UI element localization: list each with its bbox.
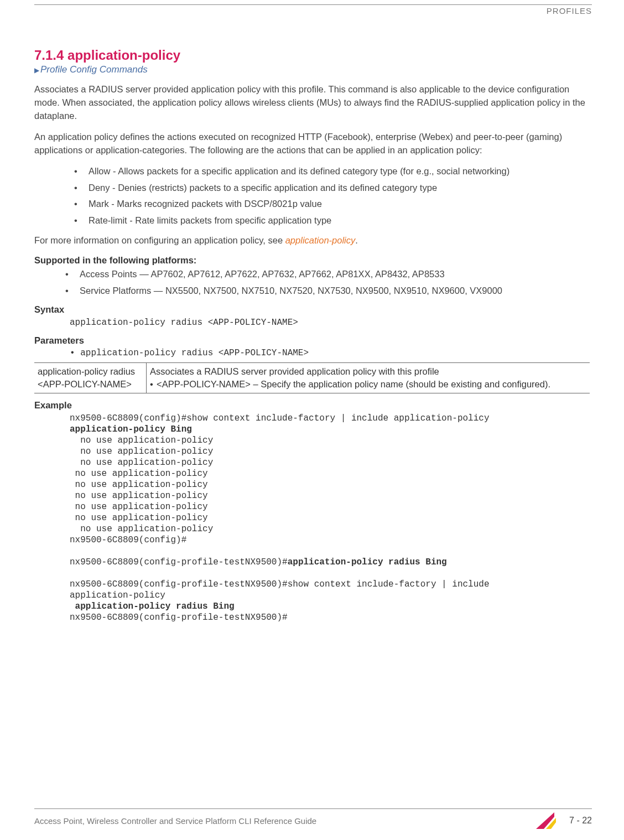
param-name-cell: application-policy radius <APP-POLICY-NA… — [34, 362, 147, 393]
section-title: 7.1.4 application-policy — [34, 48, 592, 63]
running-header: PROFILES — [34, 6, 592, 15]
list-item: Service Platforms — NX5500, NX7500, NX75… — [65, 284, 592, 298]
param-sub-bullet: <APP-POLICY-NAME> – Specify the applicat… — [150, 378, 586, 391]
parameters-bullet: • application-policy radius <APP-POLICY-… — [70, 348, 592, 358]
example-code: nx9500-6C8809(config)#show context inclu… — [70, 413, 592, 623]
syntax-code: application-policy radius <APP-POLICY-NA… — [70, 317, 592, 329]
list-item: Deny - Denies (restricts) packets to a s… — [74, 182, 592, 195]
list-item: Mark - Marks recognized packets with DSC… — [74, 198, 592, 211]
footer-title: Access Point, Wireless Controller and Se… — [34, 816, 316, 826]
parameters-table: application-policy radius <APP-POLICY-NA… — [34, 362, 590, 393]
text: Associates a RADIUS server provided appl… — [150, 365, 586, 378]
arrow-right-icon: ▶ — [34, 66, 39, 74]
syntax-heading: Syntax — [34, 304, 592, 315]
table-row: application-policy radius <APP-POLICY-NA… — [34, 362, 590, 393]
paragraph: For more information on configuring an a… — [34, 234, 592, 247]
paragraph: Associates a RADIUS server provided appl… — [34, 83, 592, 123]
page-number: 7 - 22 — [569, 816, 592, 826]
list-item: Access Points — AP7602, AP7612, AP7622, … — [65, 268, 592, 281]
param-desc-cell: Associates a RADIUS server provided appl… — [147, 362, 590, 393]
page-footer: Access Point, Wireless Controller and Se… — [34, 808, 592, 829]
text: For more information on configuring an a… — [34, 235, 285, 245]
paragraph: An application policy defines the action… — [34, 131, 592, 157]
supported-heading: Supported in the following platforms: — [34, 255, 592, 266]
breadcrumb-text: Profile Config Commands — [40, 64, 148, 75]
parameters-heading: Parameters — [34, 335, 592, 346]
text: . — [355, 235, 358, 245]
application-policy-link[interactable]: application-policy — [285, 235, 356, 245]
breadcrumb[interactable]: ▶Profile Config Commands — [34, 64, 592, 75]
actions-list: Allow - Allows packets for a specific ap… — [34, 165, 592, 228]
supported-list: Access Points — AP7602, AP7612, AP7622, … — [34, 268, 592, 298]
list-item: Allow - Allows packets for a specific ap… — [74, 165, 592, 178]
flag-icon — [536, 812, 559, 829]
example-heading: Example — [34, 400, 592, 411]
list-item: Rate-limit - Rate limits packets from sp… — [74, 214, 592, 227]
